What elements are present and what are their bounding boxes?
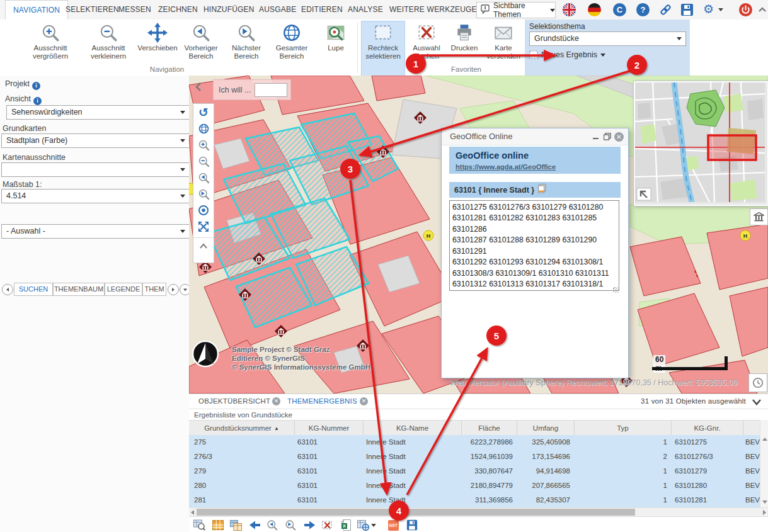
close-icon[interactable]: ✕ — [614, 132, 624, 142]
logout-power-icon[interactable] — [739, 3, 752, 16]
send-map-button[interactable]: Karte versenden — [483, 21, 524, 84]
col-kg-name[interactable]: KG-Name — [364, 421, 462, 436]
dialog-title-bar[interactable]: GeoOffice Online ✕ — [442, 128, 628, 145]
panel-collapse-icon[interactable] — [752, 397, 762, 409]
map-status-bar: Web Mercator (Auxiliary Sphere) Rechtswe… — [384, 378, 737, 387]
sidebar-tab-themenbaum[interactable]: THEMENBAUM — [53, 283, 105, 296]
monument-tool-button[interactable] — [750, 208, 768, 225]
collapse-ribbon-icon[interactable] — [758, 5, 767, 16]
close-tab-overview-icon[interactable]: ✕ — [272, 397, 280, 405]
table-row[interactable]: 276/3 63101 Innere Stadt 1524,961039 173… — [189, 450, 760, 465]
extents-select[interactable] — [1, 162, 190, 177]
new-result-button[interactable]: Neues Ergebnis — [529, 50, 605, 59]
overview-extent-rect[interactable] — [708, 135, 756, 160]
lupe-button[interactable]: Lupe — [320, 21, 352, 84]
excel-export-button[interactable]: X — [340, 519, 352, 531]
col-typ[interactable]: Typ — [575, 421, 672, 436]
clear-selection-button[interactable]: Auswahl löschen — [406, 21, 447, 84]
scroll-up-icon[interactable] — [762, 438, 767, 441]
scroll-down-icon[interactable] — [762, 501, 767, 504]
sidebar-tab-themenergebnis[interactable]: THEM — [142, 283, 166, 296]
col-kg-gnr[interactable]: KG-Gnr. — [672, 421, 743, 436]
prev-extent-small-icon[interactable] — [193, 169, 214, 186]
save-result-button[interactable] — [406, 519, 418, 531]
iwill-input[interactable] — [255, 83, 287, 97]
col-grundstuecksnummer[interactable]: Grundstücksnummer▲ — [189, 421, 295, 436]
zoom-in-small-icon[interactable] — [193, 137, 214, 153]
tabs-scroll-right-icon[interactable] — [168, 284, 179, 295]
col-flaeche[interactable]: Fläche — [462, 421, 517, 436]
table-vertical-scrollbar[interactable] — [760, 420, 768, 507]
save-icon[interactable] — [680, 3, 694, 16]
last-record-button[interactable] — [303, 519, 316, 531]
expand-arrows-icon[interactable] — [193, 218, 214, 235]
view-info-icon[interactable]: i — [33, 97, 42, 105]
tabs-scroll-left-icon[interactable] — [2, 284, 13, 295]
close-tab-theme-icon[interactable]: ✕ — [360, 397, 368, 405]
sidebar-tab-legende[interactable]: LEGENDE — [105, 283, 142, 296]
col-kg-nummer[interactable]: KG-Nummer — [295, 421, 364, 436]
time-slider-button[interactable] — [748, 373, 767, 392]
geooffice-link[interactable]: https://www.agda.at/GeoOffice — [456, 163, 556, 171]
language-german-flag-icon[interactable] — [588, 3, 601, 16]
sidebar-tab-suchen[interactable]: SUCHEN — [14, 283, 53, 296]
tab-objektuebersicht[interactable]: OBJEKTÜBERSICHT — [198, 397, 270, 405]
settings-caret-icon[interactable] — [718, 8, 723, 11]
tab-themenergebnis[interactable]: THEMENERGEBNIS — [287, 397, 357, 405]
parcel-list-textarea[interactable]: 63101275 63101276/3 63101279 63101280 63… — [449, 200, 619, 291]
basemap-select[interactable]: Stadtplan (Farbe) — [1, 133, 190, 148]
print-button[interactable]: Drucken — [449, 21, 480, 84]
scroll-left-icon[interactable] — [191, 510, 194, 515]
view-select[interactable]: Sehenswürdigkeiten — [6, 105, 190, 120]
table-view-button[interactable] — [212, 519, 224, 531]
table-horizontal-scrollbar[interactable] — [189, 507, 768, 517]
table-search-button[interactable] — [193, 519, 205, 531]
table-row[interactable]: 281 63101 Innere Stadt 311,369856 82,435… — [189, 493, 760, 508]
col-umfang[interactable]: Umfang — [517, 421, 575, 436]
refresh-icon[interactable]: ↺ — [193, 104, 214, 120]
copyright-c-icon[interactable]: C — [613, 3, 626, 16]
textarea-resize-handle[interactable] — [613, 287, 619, 293]
table-row[interactable]: 280 63101 Innere Stadt 2180,894779 207,8… — [189, 478, 760, 494]
settings-gear-icon[interactable]: ⚙ — [703, 2, 714, 16]
table-copy-button[interactable] — [229, 519, 242, 531]
clear-result-button[interactable] — [321, 519, 334, 531]
scroll-right-icon[interactable] — [763, 510, 766, 515]
table-row[interactable]: 275 63101 Innere Stadt 6223,278986 325,4… — [189, 435, 760, 450]
gst-button[interactable]: GST — [387, 519, 399, 531]
language-english-flag-icon[interactable] — [563, 3, 576, 16]
minimize-icon[interactable] — [592, 132, 600, 141]
overview-map[interactable] — [634, 81, 768, 206]
zoom-next-record-button[interactable] — [284, 519, 297, 531]
link-icon[interactable] — [659, 3, 672, 16]
tab-weitere-werkzeuge[interactable]: WEITERE WERKZEUGE — [382, 0, 484, 19]
rect-select-button[interactable]: Rechteck selektieren — [361, 21, 405, 76]
zoom-in-button[interactable]: Ausschnitt vergrößern — [22, 21, 79, 84]
zoom-out-button[interactable]: Ausschnitt verkleinern — [80, 21, 137, 84]
next-extent-button[interactable]: Nächster Bereich — [226, 21, 267, 84]
zoom-prev-record-button[interactable] — [266, 519, 278, 531]
sidebar-collapse-icon[interactable] — [194, 82, 203, 94]
col-extra[interactable] — [743, 421, 760, 436]
center-point-icon[interactable] — [193, 202, 214, 218]
search-selection-select[interactable]: - Auswahl - — [1, 224, 190, 239]
next-extent-small-icon[interactable] — [193, 186, 214, 202]
hscroll-thumb[interactable] — [197, 509, 635, 516]
toolbar-collapse-icon[interactable] — [193, 238, 214, 254]
table-settings-button[interactable] — [357, 519, 369, 531]
first-record-button[interactable] — [248, 519, 261, 531]
copy-icon[interactable] — [538, 184, 547, 196]
help-icon[interactable]: ? — [636, 3, 650, 16]
project-info-icon[interactable]: i — [32, 82, 40, 90]
selection-theme-select[interactable]: Grundstücke — [529, 31, 686, 46]
pan-button[interactable]: Verschieben — [134, 21, 181, 84]
visible-themes-button[interactable]: Sichtbare Themen — [476, 2, 556, 18]
scale-select[interactable]: 4.514 — [1, 189, 190, 203]
restore-icon[interactable] — [603, 132, 612, 141]
globe-small-icon[interactable] — [193, 120, 214, 137]
full-extent-button[interactable]: Gesamter Bereich — [270, 21, 314, 84]
previous-extent-button[interactable]: Vorheriger Bereich — [180, 21, 222, 84]
zoom-out-small-icon[interactable] — [193, 153, 214, 169]
settings-dropdown-icon[interactable] — [370, 519, 377, 531]
table-row[interactable]: 279 63101 Innere Stadt 330,807647 94,914… — [189, 464, 760, 479]
